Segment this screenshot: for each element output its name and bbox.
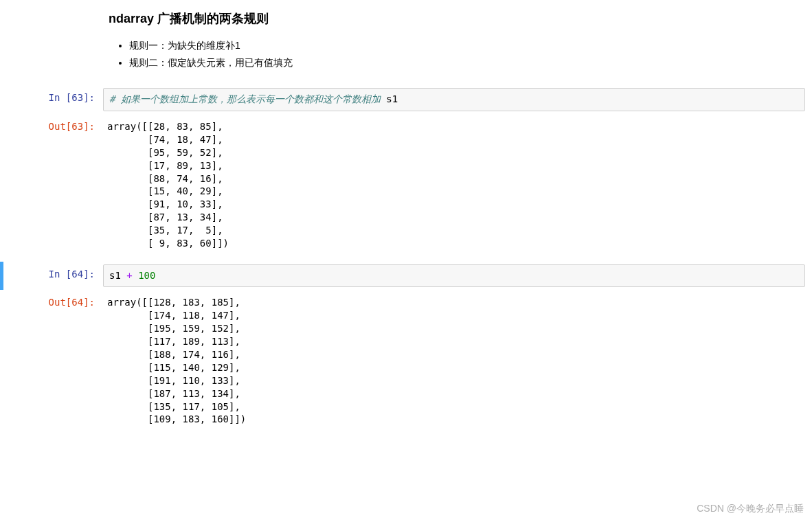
list-item: 规则一：为缺失的维度补1 (129, 37, 805, 54)
input-prompt: In [63]: (3, 88, 103, 111)
input-prompt: In [64]: (3, 264, 103, 288)
code-input[interactable]: s1 + 100 (103, 264, 805, 288)
code-input[interactable]: # 如果一个数组加上常数，那么表示每一个数都和这个常数相加 s1 (103, 88, 805, 111)
list-item: 规则二：假定缺失元素，用已有值填充 (129, 54, 805, 71)
output-prompt: Out[64]: (3, 293, 103, 429)
bullet-list: 规则一：为缺失的维度补1 规则二：假定缺失元素，用已有值填充 (109, 37, 805, 71)
notebook-container: ndarray 广播机制的两条规则 规则一：为缺失的维度补1 规则二：假定缺失元… (0, 0, 812, 429)
code-variable: s1 (109, 270, 126, 281)
output-text: array([[128, 183, 185], [174, 118, 147],… (103, 293, 812, 429)
code-operator: + (126, 270, 132, 281)
heading: ndarray 广播机制的两条规则 (109, 10, 805, 27)
code-number: 100 (133, 270, 156, 281)
output-text: array([[28, 83, 85], [74, 18, 47], [95, … (103, 117, 812, 253)
markdown-cell: ndarray 广播机制的两条规则 规则一：为缺失的维度补1 规则二：假定缺失元… (0, 7, 812, 85)
code-text: s1 (386, 93, 398, 104)
output-prompt: Out[63]: (3, 117, 103, 253)
output-cell-63: Out[63]: array([[28, 83, 85], [74, 18, 4… (0, 117, 812, 253)
code-comment: # 如果一个数组加上常数，那么表示每一个数都和这个常数相加 (109, 93, 381, 104)
code-cell-63[interactable]: In [63]: # 如果一个数组加上常数，那么表示每一个数都和这个常数相加 s… (0, 85, 812, 114)
output-cell-64: Out[64]: array([[128, 183, 185], [174, 1… (0, 293, 812, 429)
code-cell-64[interactable]: In [64]: s1 + 100 (0, 262, 812, 291)
